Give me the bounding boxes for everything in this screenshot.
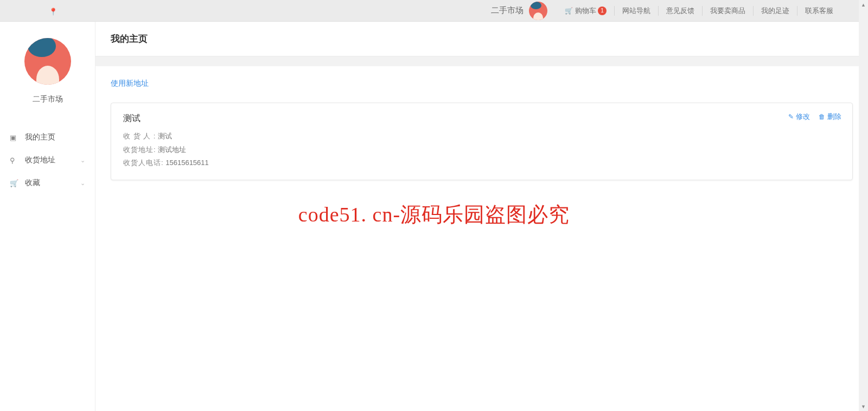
sidebar-item-label: 我的主页 <box>25 132 55 142</box>
trash-icon: 🗑 <box>819 113 825 121</box>
location-pin-icon[interactable]: 📍 <box>49 8 58 16</box>
edit-label: 修改 <box>796 112 810 122</box>
avatar-large[interactable] <box>24 38 71 85</box>
nav-history[interactable]: 我的足迹 <box>754 6 797 16</box>
phone-value: 15615615611 <box>165 159 209 167</box>
cart-badge: 1 <box>598 7 607 15</box>
cart-icon: 🛒 <box>10 179 20 187</box>
scroll-down-icon[interactable]: ▼ <box>859 402 868 411</box>
cart-label: 购物车 <box>575 6 596 16</box>
scroll-up-icon[interactable]: ▲ <box>859 0 868 9</box>
avatar-small[interactable] <box>529 2 547 20</box>
sidebar-item-label: 收藏 <box>25 178 40 188</box>
sidebar-item-home[interactable]: ▣ 我的主页 <box>0 126 95 149</box>
content-gap <box>95 56 868 66</box>
pencil-icon: ✎ <box>788 113 794 121</box>
address-value: 测试地址 <box>158 146 186 154</box>
topbar: 📍 二手市场 🛒 购物车 1 网站导航 意见反馈 我要卖商品 我的足迹 联系客服 <box>0 0 868 22</box>
sidebar-item-favorites[interactable]: 🛒 收藏 ⌄ <box>0 172 95 194</box>
phone-row: 收货人电话: 15615615611 <box>123 156 840 170</box>
pin-icon: ⚲ <box>10 156 20 165</box>
chevron-down-icon: ⌄ <box>80 180 85 187</box>
nav-sitemap[interactable]: 网站导航 <box>615 6 659 16</box>
delete-button[interactable]: 🗑 删除 <box>819 112 841 122</box>
sidebar-username: 二手市场 <box>0 94 95 104</box>
topbar-left: 📍 <box>49 7 58 16</box>
brand-label[interactable]: 二手市场 <box>491 5 524 16</box>
nav-cart[interactable]: 🛒 购物车 1 <box>557 6 615 16</box>
receiver-value: 测试 <box>158 132 172 140</box>
chevron-down-icon: ⌄ <box>80 157 85 164</box>
receiver-row: 收 货 人 : 测试 <box>123 130 840 143</box>
receiver-label: 收 货 人 : <box>123 132 156 140</box>
sidebar-item-address[interactable]: ⚲ 收货地址 ⌄ <box>0 149 95 172</box>
home-icon: ▣ <box>10 134 20 142</box>
cart-icon: 🛒 <box>565 7 573 15</box>
address-title: 测试 <box>123 113 840 124</box>
phone-label: 收货人电话: <box>123 159 164 167</box>
nav-sell[interactable]: 我要卖商品 <box>703 6 754 16</box>
nav-feedback[interactable]: 意见反馈 <box>659 6 703 16</box>
content: 使用新地址 ✎ 修改 🗑 删除 测试 收 货 人 : 测试 <box>95 66 868 192</box>
scrollbar[interactable]: ▲ ▼ <box>859 0 868 411</box>
topbar-right: 二手市场 🛒 购物车 1 网站导航 意见反馈 我要卖商品 我的足迹 联系客服 <box>491 2 857 20</box>
layout: 二手市场 ▣ 我的主页 ⚲ 收货地址 ⌄ 🛒 收藏 ⌄ 我的主页 使用新地址 <box>0 22 868 411</box>
nav-support[interactable]: 联系客服 <box>797 6 841 16</box>
sidebar-item-label: 收货地址 <box>25 155 55 165</box>
address-card: ✎ 修改 🗑 删除 测试 收 货 人 : 测试 收货地址: 测试地址 <box>111 103 853 180</box>
sidebar: 二手市场 ▣ 我的主页 ⚲ 收货地址 ⌄ 🛒 收藏 ⌄ <box>0 22 95 411</box>
edit-button[interactable]: ✎ 修改 <box>788 112 810 122</box>
card-actions: ✎ 修改 🗑 删除 <box>788 112 841 122</box>
page-title: 我的主页 <box>111 33 853 45</box>
page-header: 我的主页 <box>95 22 868 56</box>
address-label: 收货地址: <box>123 146 156 154</box>
address-row: 收货地址: 测试地址 <box>123 143 840 157</box>
new-address-link[interactable]: 使用新地址 <box>111 79 149 87</box>
main-content: 我的主页 使用新地址 ✎ 修改 🗑 删除 测试 收 货 <box>95 22 868 411</box>
delete-label: 删除 <box>827 112 841 122</box>
